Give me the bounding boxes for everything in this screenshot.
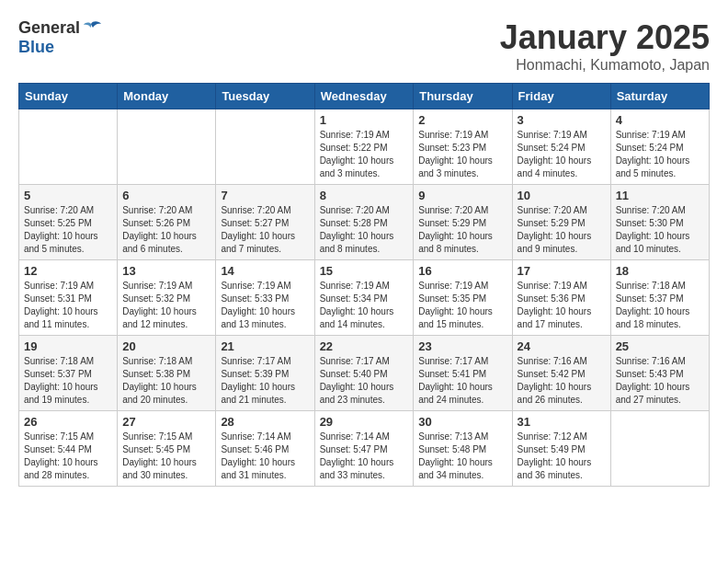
day-info: Sunrise: 7:20 AMSunset: 5:29 PMDaylight:… bbox=[518, 204, 606, 256]
calendar-week-row: 12Sunrise: 7:19 AMSunset: 5:31 PMDayligh… bbox=[19, 260, 710, 336]
header-thursday: Thursday bbox=[414, 84, 512, 109]
day-info: Sunrise: 7:17 AMSunset: 5:39 PMDaylight:… bbox=[221, 355, 309, 407]
table-row: 15Sunrise: 7:19 AMSunset: 5:34 PMDayligh… bbox=[314, 260, 414, 336]
table-row: 12Sunrise: 7:19 AMSunset: 5:31 PMDayligh… bbox=[19, 260, 118, 336]
day-info: Sunrise: 7:19 AMSunset: 5:24 PMDaylight:… bbox=[518, 129, 606, 180]
day-number: 14 bbox=[221, 264, 309, 278]
day-number: 1 bbox=[320, 113, 409, 127]
table-row: 23Sunrise: 7:17 AMSunset: 5:41 PMDayligh… bbox=[414, 336, 512, 411]
day-info: Sunrise: 7:17 AMSunset: 5:40 PMDaylight:… bbox=[320, 355, 409, 407]
table-row bbox=[118, 109, 216, 185]
table-row: 4Sunrise: 7:19 AMSunset: 5:24 PMDaylight… bbox=[610, 109, 709, 185]
day-number: 19 bbox=[24, 339, 112, 353]
calendar-week-row: 5Sunrise: 7:20 AMSunset: 5:25 PMDaylight… bbox=[19, 185, 710, 260]
day-info: Sunrise: 7:16 AMSunset: 5:42 PMDaylight:… bbox=[518, 355, 606, 407]
table-row: 21Sunrise: 7:17 AMSunset: 5:39 PMDayligh… bbox=[216, 336, 314, 411]
day-number: 30 bbox=[418, 415, 506, 429]
table-row: 7Sunrise: 7:20 AMSunset: 5:27 PMDaylight… bbox=[216, 185, 314, 260]
table-row: 19Sunrise: 7:18 AMSunset: 5:37 PMDayligh… bbox=[19, 336, 118, 411]
table-row: 1Sunrise: 7:19 AMSunset: 5:22 PMDaylight… bbox=[314, 109, 414, 185]
day-number: 9 bbox=[418, 189, 506, 202]
logo: General Blue bbox=[18, 18, 102, 57]
day-number: 28 bbox=[221, 415, 309, 429]
table-row: 3Sunrise: 7:19 AMSunset: 5:24 PMDaylight… bbox=[512, 109, 610, 185]
header-tuesday: Tuesday bbox=[216, 84, 314, 109]
table-row: 29Sunrise: 7:14 AMSunset: 5:47 PMDayligh… bbox=[314, 411, 414, 487]
day-number: 18 bbox=[616, 264, 704, 278]
table-row: 16Sunrise: 7:19 AMSunset: 5:35 PMDayligh… bbox=[414, 260, 512, 336]
calendar-week-row: 26Sunrise: 7:15 AMSunset: 5:44 PMDayligh… bbox=[19, 411, 710, 487]
day-info: Sunrise: 7:20 AMSunset: 5:28 PMDaylight:… bbox=[320, 204, 409, 256]
day-number: 5 bbox=[24, 189, 112, 202]
table-row: 18Sunrise: 7:18 AMSunset: 5:37 PMDayligh… bbox=[610, 260, 709, 336]
day-info: Sunrise: 7:17 AMSunset: 5:41 PMDaylight:… bbox=[418, 355, 506, 407]
day-info: Sunrise: 7:14 AMSunset: 5:47 PMDaylight:… bbox=[320, 431, 409, 482]
header-wednesday: Wednesday bbox=[314, 84, 414, 109]
table-row: 9Sunrise: 7:20 AMSunset: 5:29 PMDaylight… bbox=[414, 185, 512, 260]
day-info: Sunrise: 7:12 AMSunset: 5:49 PMDaylight:… bbox=[518, 431, 606, 482]
header: General Blue January 2025 Honmachi, Kuma… bbox=[18, 18, 710, 74]
day-info: Sunrise: 7:14 AMSunset: 5:46 PMDaylight:… bbox=[221, 431, 309, 482]
table-row bbox=[610, 411, 709, 487]
day-number: 11 bbox=[616, 189, 704, 202]
day-info: Sunrise: 7:19 AMSunset: 5:31 PMDaylight:… bbox=[24, 280, 112, 331]
logo-blue-text: Blue bbox=[18, 38, 54, 56]
location-title: Honmachi, Kumamoto, Japan bbox=[500, 57, 710, 74]
logo-general-text: General bbox=[18, 18, 80, 38]
day-number: 12 bbox=[24, 264, 112, 278]
day-info: Sunrise: 7:15 AMSunset: 5:45 PMDaylight:… bbox=[122, 431, 210, 482]
day-info: Sunrise: 7:13 AMSunset: 5:48 PMDaylight:… bbox=[418, 431, 506, 482]
day-number: 20 bbox=[122, 339, 210, 353]
table-row: 11Sunrise: 7:20 AMSunset: 5:30 PMDayligh… bbox=[610, 185, 709, 260]
calendar-header-row: Sunday Monday Tuesday Wednesday Thursday… bbox=[19, 84, 710, 109]
header-saturday: Saturday bbox=[610, 84, 709, 109]
day-info: Sunrise: 7:20 AMSunset: 5:27 PMDaylight:… bbox=[221, 204, 309, 256]
day-number: 27 bbox=[122, 415, 210, 429]
day-number: 21 bbox=[221, 339, 309, 353]
table-row: 31Sunrise: 7:12 AMSunset: 5:49 PMDayligh… bbox=[512, 411, 610, 487]
header-friday: Friday bbox=[512, 84, 610, 109]
day-number: 29 bbox=[320, 415, 409, 429]
day-number: 17 bbox=[518, 264, 606, 278]
header-sunday: Sunday bbox=[19, 84, 118, 109]
day-number: 31 bbox=[518, 415, 606, 429]
day-number: 24 bbox=[518, 339, 606, 353]
day-number: 22 bbox=[320, 339, 409, 353]
table-row: 5Sunrise: 7:20 AMSunset: 5:25 PMDaylight… bbox=[19, 185, 118, 260]
calendar-week-row: 1Sunrise: 7:19 AMSunset: 5:22 PMDaylight… bbox=[19, 109, 710, 185]
table-row: 20Sunrise: 7:18 AMSunset: 5:38 PMDayligh… bbox=[118, 336, 216, 411]
day-number: 8 bbox=[320, 189, 409, 202]
day-info: Sunrise: 7:20 AMSunset: 5:26 PMDaylight:… bbox=[122, 204, 210, 256]
day-info: Sunrise: 7:19 AMSunset: 5:36 PMDaylight:… bbox=[518, 280, 606, 331]
table-row: 2Sunrise: 7:19 AMSunset: 5:23 PMDaylight… bbox=[414, 109, 512, 185]
month-title: January 2025 bbox=[500, 18, 710, 57]
day-number: 2 bbox=[418, 113, 506, 127]
day-number: 3 bbox=[518, 113, 606, 127]
day-number: 10 bbox=[518, 189, 606, 202]
title-area: January 2025 Honmachi, Kumamoto, Japan bbox=[500, 18, 710, 74]
table-row: 10Sunrise: 7:20 AMSunset: 5:29 PMDayligh… bbox=[512, 185, 610, 260]
day-number: 25 bbox=[616, 339, 704, 353]
day-number: 16 bbox=[418, 264, 506, 278]
calendar-table: Sunday Monday Tuesday Wednesday Thursday… bbox=[18, 83, 710, 487]
day-number: 13 bbox=[122, 264, 210, 278]
day-info: Sunrise: 7:19 AMSunset: 5:22 PMDaylight:… bbox=[320, 129, 409, 180]
day-number: 23 bbox=[418, 339, 506, 353]
table-row bbox=[19, 109, 118, 185]
logo-bird-icon bbox=[81, 20, 101, 37]
day-info: Sunrise: 7:20 AMSunset: 5:29 PMDaylight:… bbox=[418, 204, 506, 256]
day-info: Sunrise: 7:20 AMSunset: 5:30 PMDaylight:… bbox=[616, 204, 704, 256]
table-row: 14Sunrise: 7:19 AMSunset: 5:33 PMDayligh… bbox=[216, 260, 314, 336]
day-number: 6 bbox=[122, 189, 210, 202]
table-row: 30Sunrise: 7:13 AMSunset: 5:48 PMDayligh… bbox=[414, 411, 512, 487]
table-row: 25Sunrise: 7:16 AMSunset: 5:43 PMDayligh… bbox=[610, 336, 709, 411]
day-info: Sunrise: 7:18 AMSunset: 5:38 PMDaylight:… bbox=[122, 355, 210, 407]
header-monday: Monday bbox=[118, 84, 216, 109]
day-info: Sunrise: 7:16 AMSunset: 5:43 PMDaylight:… bbox=[616, 355, 704, 407]
day-info: Sunrise: 7:19 AMSunset: 5:34 PMDaylight:… bbox=[320, 280, 409, 331]
table-row: 6Sunrise: 7:20 AMSunset: 5:26 PMDaylight… bbox=[118, 185, 216, 260]
table-row: 8Sunrise: 7:20 AMSunset: 5:28 PMDaylight… bbox=[314, 185, 414, 260]
day-info: Sunrise: 7:18 AMSunset: 5:37 PMDaylight:… bbox=[24, 355, 112, 407]
day-number: 7 bbox=[221, 189, 309, 202]
day-info: Sunrise: 7:19 AMSunset: 5:33 PMDaylight:… bbox=[221, 280, 309, 331]
